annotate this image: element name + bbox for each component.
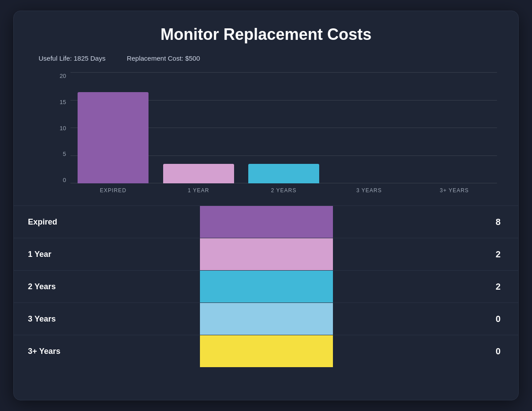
bar-group-3plus <box>412 73 497 183</box>
y-label-10: 10 <box>53 125 69 132</box>
chart-inner <box>70 73 497 183</box>
card: Monitor Replacement Costs Useful Life: 1… <box>13 11 519 400</box>
chart-section: Monitor Replacement Costs Useful Life: 1… <box>14 11 518 206</box>
page-title: Monitor Replacement Costs <box>35 25 497 44</box>
table-section: Expired 8 1 Year 2 2 Years 2 <box>14 206 518 367</box>
x-label-expired: EXPIRED <box>70 184 156 197</box>
row-color-1year <box>200 238 333 270</box>
x-label-1year: 1 YEAR <box>156 184 241 197</box>
x-label-3plus: 3+ YEARS <box>412 184 497 197</box>
row-label-expired: Expired <box>14 206 200 238</box>
table-row-2years: 2 Years 2 <box>14 270 518 302</box>
table-row-3plus: 3+ Years 0 <box>14 335 518 367</box>
row-value-2years: 2 <box>333 271 518 302</box>
table-row-1year: 1 Year 2 <box>14 238 518 270</box>
table-row-3years: 3 Years 0 <box>14 302 518 335</box>
bar-group-expired <box>70 73 156 183</box>
row-label-3plus: 3+ Years <box>14 335 200 367</box>
row-color-3plus <box>200 335 333 367</box>
y-axis: 0 5 10 15 20 <box>53 73 69 183</box>
row-value-3plus: 0 <box>333 335 518 367</box>
bars-container <box>70 73 497 183</box>
bar-expired <box>78 92 149 183</box>
row-value-1year: 2 <box>333 238 518 270</box>
x-label-3years: 3 YEARS <box>326 184 411 197</box>
row-value-expired: 8 <box>333 206 518 238</box>
row-color-expired <box>200 206 333 238</box>
row-label-1year: 1 Year <box>14 238 200 270</box>
row-value-3years: 0 <box>333 303 518 335</box>
table-row-expired: Expired 8 <box>14 206 518 238</box>
bar-1year <box>163 164 234 183</box>
y-label-15: 15 <box>53 99 69 105</box>
bar-group-3years <box>326 73 411 183</box>
x-labels: EXPIRED 1 YEAR 2 YEARS 3 YEARS 3+ YEARS <box>70 184 497 197</box>
y-label-20: 20 <box>53 73 69 79</box>
useful-life-label: Useful Life: 1825 Days <box>39 54 106 62</box>
y-label-5: 5 <box>53 151 69 157</box>
replacement-cost-label: Replacement Cost: $500 <box>127 54 200 62</box>
meta-info: Useful Life: 1825 Days Replacement Cost:… <box>39 54 497 62</box>
chart-area: 0 5 10 15 20 <box>53 73 497 197</box>
y-label-0: 0 <box>53 177 69 183</box>
row-label-2years: 2 Years <box>14 271 200 302</box>
row-color-2years <box>200 271 333 302</box>
row-color-3years <box>200 303 333 335</box>
bar-2years <box>248 164 319 183</box>
bar-group-1year <box>156 73 241 183</box>
row-label-3years: 3 Years <box>14 303 200 335</box>
bar-group-2years <box>241 73 326 183</box>
x-label-2years: 2 YEARS <box>241 184 326 197</box>
